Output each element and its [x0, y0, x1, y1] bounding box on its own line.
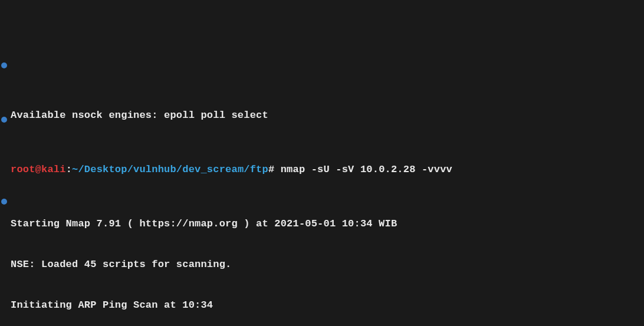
gutter-indicator [1, 117, 7, 123]
output-line: Initiating ARP Ping Scan at 10:34 [11, 298, 644, 312]
prompt-line: root@kali:~/Desktop/vulnhub/dev_scream/f… [11, 163, 644, 176]
command-text: nmap -sU -sV 10.0.2.28 -vvvv [274, 164, 452, 175]
prompt-user: root@kali [11, 164, 66, 175]
gutter-indicator [1, 199, 7, 205]
prompt-hash: # [268, 164, 274, 175]
output-line: NSE: Loaded 45 scripts for scanning. [11, 258, 644, 271]
terminal-output[interactable]: Available nsock engines: epoll poll sele… [0, 54, 644, 326]
output-line: Starting Nmap 7.91 ( https://nmap.org ) … [11, 217, 644, 230]
gutter [0, 54, 8, 326]
gutter-indicator [1, 62, 7, 68]
output-line: Available nsock engines: epoll poll sele… [11, 108, 644, 122]
prompt-sep: : [66, 164, 72, 175]
prompt-path: ~/Desktop/vulnhub/dev_scream/ftp [72, 164, 268, 175]
